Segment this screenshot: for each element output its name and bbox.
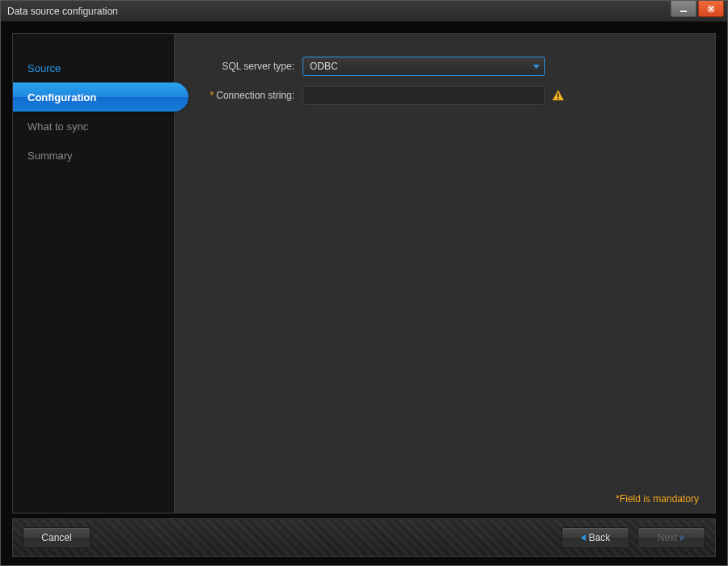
row-sql-server-type: SQL server type: ODBC	[197, 57, 692, 76]
minimize-button[interactable]	[671, 1, 696, 17]
dialog-footer: Cancel Back Next	[12, 518, 716, 557]
content-area: SQL server type: ODBC *Connection string…	[175, 34, 715, 513]
next-button[interactable]: Next	[637, 527, 705, 548]
titlebar: Data source configuration	[1, 1, 727, 22]
minimize-icon	[679, 4, 688, 14]
svg-rect-3	[557, 98, 559, 99]
mandatory-note: *Field is mandatory	[616, 493, 699, 505]
label-connection-string: *Connection string:	[197, 90, 303, 101]
dialog-body: Source Configuration What to sync Summar…	[12, 33, 716, 513]
dialog-window: Data source configuration Source Configu…	[0, 0, 728, 566]
arrow-right-icon	[680, 534, 685, 541]
svg-rect-2	[557, 94, 559, 98]
select-value: ODBC	[310, 61, 338, 72]
sidebar-item-summary[interactable]: Summary	[13, 141, 174, 170]
sidebar-item-configuration[interactable]: Configuration	[13, 82, 188, 112]
button-label: Back	[589, 532, 611, 543]
label-text: Connection string:	[216, 90, 294, 101]
required-marker: *	[210, 90, 214, 101]
wizard-sidebar: Source Configuration What to sync Summar…	[13, 34, 175, 513]
select-sql-server-type[interactable]: ODBC	[303, 57, 545, 76]
window-title: Data source configuration	[7, 6, 118, 17]
sidebar-item-label: Configuration	[28, 91, 96, 103]
close-icon	[706, 4, 716, 14]
input-connection-string[interactable]	[303, 86, 545, 105]
cancel-button[interactable]: Cancel	[23, 527, 91, 548]
row-connection-string: *Connection string:	[197, 86, 692, 105]
back-button[interactable]: Back	[561, 527, 629, 548]
button-label: Next	[658, 532, 678, 543]
svg-rect-0	[680, 11, 687, 12]
window-controls	[671, 1, 727, 17]
label-sql-server-type: SQL server type:	[197, 61, 303, 72]
arrow-left-icon	[581, 534, 586, 541]
close-button[interactable]	[698, 1, 724, 17]
sidebar-item-what-to-sync[interactable]: What to sync	[13, 112, 174, 141]
warning-icon	[552, 89, 565, 102]
button-label: Cancel	[41, 532, 71, 543]
sidebar-item-label: Summary	[28, 150, 73, 162]
sidebar-item-label: Source	[28, 62, 61, 74]
sidebar-item-source[interactable]: Source	[13, 53, 174, 82]
sidebar-item-label: What to sync	[28, 120, 88, 133]
chevron-down-icon	[533, 65, 540, 69]
